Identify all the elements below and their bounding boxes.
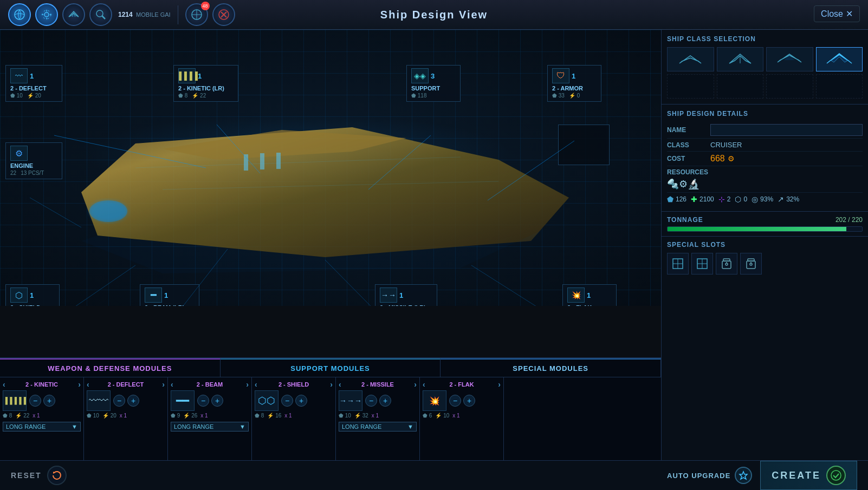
tonnage-fill — [668, 227, 846, 231]
kinetic-header: ‹ 2 - KINETIC › — [3, 380, 81, 389]
design-details-title: SHIP DESIGN DETAILS — [667, 110, 863, 117]
missile-card-stats: ⬟ 10 ⚡ 32 x 1 — [339, 413, 417, 419]
class-row: CLASS CRUISER — [667, 139, 863, 152]
res1: ⬟ 126 — [667, 195, 686, 204]
class-fighter[interactable] — [667, 47, 714, 71]
ship-class-grid — [667, 47, 863, 99]
kinetic-minus[interactable]: − — [29, 395, 41, 407]
missile-range-dropdown[interactable]: LONG RANGE ▼ — [339, 422, 417, 432]
missile-minus[interactable]: − — [365, 395, 377, 407]
class-blank-4[interactable] — [816, 74, 863, 99]
research-icon-btn[interactable] — [89, 3, 112, 26]
flak-minus[interactable]: − — [449, 395, 461, 407]
kinetic-plus[interactable]: + — [43, 395, 55, 407]
class-blank-1[interactable] — [667, 74, 714, 99]
missile-card-icon: →→→ — [339, 390, 362, 411]
svg-point-1 — [44, 12, 49, 17]
kinetic-card-stats: ⬟ 8 ⚡ 22 x 1 — [3, 413, 81, 419]
badge-count: 48 — [201, 2, 210, 10]
ship-icon-btn[interactable] — [62, 3, 85, 26]
class-value: CRUISER — [710, 141, 863, 149]
beam-nav-next[interactable]: › — [246, 380, 249, 389]
flak-plus[interactable]: + — [463, 395, 475, 407]
resource-count: 1214 — [118, 11, 133, 18]
res2: ✚ 2100 — [691, 195, 714, 204]
beam-icon-row: ━━ − + — [171, 390, 249, 411]
deflect-module-name: 2 - DEFLECT — [89, 381, 163, 388]
res-icons-row: 🔩⚙🔬 — [667, 178, 699, 190]
beam-minus[interactable]: − — [197, 395, 209, 407]
tab-support[interactable]: SUPPORT MODULES — [221, 358, 441, 377]
shield-plus[interactable]: + — [295, 395, 307, 407]
svg-point-45 — [831, 471, 841, 480]
svg-point-42 — [750, 263, 752, 265]
class-cruiser-selected[interactable] — [816, 47, 863, 71]
slot-3[interactable] — [716, 253, 737, 275]
class-blank-3[interactable] — [766, 74, 813, 99]
shield-card-icon: ⬡⬡ — [255, 390, 278, 411]
right-panel: SHIP CLASS SELECTION SHIP DESIGN DETAILS… — [661, 30, 868, 490]
missile-nav-next[interactable]: › — [414, 380, 417, 389]
action-bar: RESET AUTO UPGRADE CREATE — [0, 460, 868, 490]
deflect-plus[interactable]: + — [127, 395, 139, 407]
flak-nav-next[interactable]: › — [498, 380, 501, 389]
module-card-beam: ‹ 2 - BEAM › ━━ − + ⬟ 9 ⚡ 26 x 1 LONG RA… — [168, 377, 252, 461]
class-blank-2[interactable] — [717, 74, 764, 99]
shield-minus[interactable]: − — [281, 395, 293, 407]
svg-point-3 — [96, 10, 103, 17]
kinetic-card-icon: ▐▐▐▐▐ — [3, 390, 27, 411]
svg-line-4 — [102, 16, 106, 19]
energy-icon: ✚ — [691, 195, 697, 204]
kinetic-range-dropdown[interactable]: LONG RANGE ▼ — [3, 422, 81, 432]
svg-rect-17 — [260, 153, 264, 169]
module-card-flak: ‹ 2 - FLAK › 💥 − + ⬟ 6 ⚡ 10 x 1 — [420, 377, 504, 461]
auto-upgrade-button[interactable]: AUTO UPGRADE — [667, 467, 752, 484]
ship-design-details: SHIP DESIGN DETAILS NAME CLASS CRUISER C… — [662, 104, 868, 212]
class-frigate[interactable] — [717, 47, 764, 71]
beam-plus[interactable]: + — [211, 395, 223, 407]
modules-row: ‹ 2 - KINETIC › ▐▐▐▐▐ − + ⬟ 8 ⚡ 22 x 1 L… — [0, 377, 661, 461]
class-destroyer[interactable] — [766, 47, 813, 71]
cost-icon: ⚙ — [728, 154, 735, 163]
deflect-card-icon: 〰〰 — [87, 390, 111, 411]
kinetic-qty-controls: − + — [29, 395, 55, 407]
missile-plus[interactable]: + — [379, 395, 391, 407]
ship-3d-model[interactable] — [54, 73, 569, 273]
kinetic-nav-next[interactable]: › — [78, 380, 81, 389]
tab-special[interactable]: SPECIAL MODULES — [441, 358, 661, 377]
deflect-card-stats: ⬟ 10 ⚡ 20 x 1 — [87, 413, 165, 419]
flak-icon-row: 💥 − + — [423, 390, 501, 411]
res3: ⊹ 2 — [718, 195, 731, 204]
close-button[interactable]: Close ✕ — [814, 5, 860, 22]
planet-icon-btn[interactable] — [8, 3, 31, 26]
deflect-minus[interactable]: − — [113, 395, 125, 407]
missile-module-name: 2 - MISSILE — [341, 381, 414, 388]
flak-qty-controls: − + — [449, 395, 475, 407]
slot-4[interactable] — [740, 253, 762, 275]
svg-rect-16 — [244, 154, 248, 171]
shield-header: ‹ 2 - SHIELD › — [255, 380, 333, 389]
reset-button[interactable]: RESET — [11, 466, 67, 485]
deflect-qty-controls: − + — [113, 395, 139, 407]
create-button[interactable]: CREATE — [760, 461, 857, 490]
beam-range-dropdown[interactable]: LONG RANGE ▼ — [171, 422, 249, 432]
shield-nav-next[interactable]: › — [330, 380, 333, 389]
cost-label: COST — [667, 155, 710, 162]
slots-grid — [667, 253, 863, 275]
resources-label: RESOURCES — [667, 168, 710, 176]
cancel-icon-btn[interactable] — [212, 3, 235, 26]
module-card-missile: ‹ 2 - MISSILE › →→→ − + ⬟ 10 ⚡ 32 x 1 LO… — [336, 377, 420, 461]
deflect-nav-next[interactable]: › — [162, 380, 165, 389]
name-input[interactable] — [710, 124, 863, 136]
missile-icon-row: →→→ − + — [339, 390, 417, 411]
diplomacy-icon-btn[interactable]: 48 — [185, 3, 208, 26]
tonnage-section: TONNAGE 202 / 220 — [662, 212, 868, 237]
bottom-panels: WEAPON & DEFENSE MODULES SUPPORT MODULES… — [0, 357, 661, 460]
gear-icon-btn[interactable] — [35, 3, 58, 26]
slot-1[interactable] — [667, 253, 689, 275]
create-label: CREATE — [772, 470, 821, 481]
auto-upgrade-icon — [735, 467, 752, 484]
slot-2[interactable] — [691, 253, 713, 275]
tab-weapons[interactable]: WEAPON & DEFENSE MODULES — [0, 358, 221, 377]
cost-value: 668 ⚙ — [710, 154, 735, 164]
